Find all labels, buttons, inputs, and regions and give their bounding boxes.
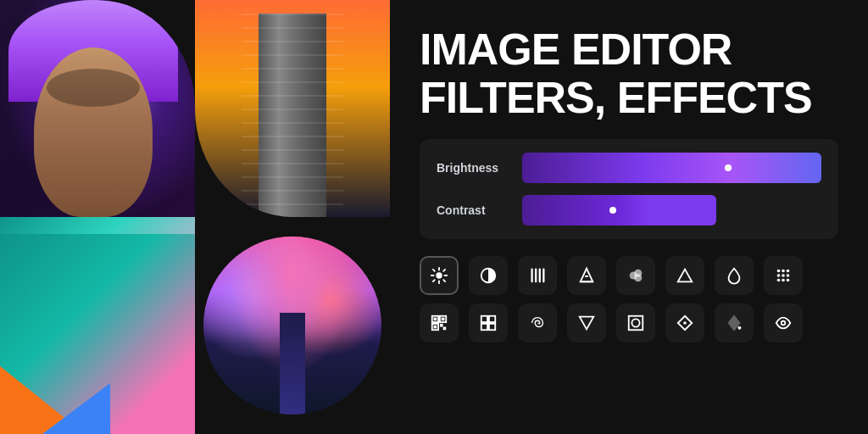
- channels-tool-icon[interactable]: [616, 256, 655, 295]
- svg-line-8: [433, 281, 435, 282]
- svg-point-46: [683, 322, 687, 326]
- diamond-tool-icon[interactable]: [665, 303, 704, 342]
- svg-point-29: [787, 279, 790, 282]
- svg-point-0: [436, 273, 442, 279]
- svg-rect-40: [481, 324, 487, 330]
- grain-tool-icon[interactable]: [518, 256, 557, 295]
- eye-tool-icon[interactable]: [764, 303, 803, 342]
- svg-point-19: [634, 275, 642, 282]
- svg-point-21: [777, 270, 781, 273]
- svg-line-5: [433, 270, 435, 271]
- title-line2: FILTERS, EFFECTS: [420, 74, 838, 122]
- image-collage: [0, 0, 390, 434]
- brightness-label: Brightness: [437, 161, 509, 175]
- svg-point-28: [782, 279, 785, 282]
- levels-tool-icon[interactable]: [567, 256, 606, 295]
- svg-rect-37: [443, 327, 447, 331]
- svg-marker-20: [678, 270, 693, 282]
- svg-line-7: [443, 270, 445, 271]
- grid-tool-icon[interactable]: [469, 303, 508, 342]
- main-title: IMAGE EDITOR FILTERS, EFFECTS: [420, 25, 838, 122]
- building-image: [195, 0, 390, 217]
- drop-tool-icon[interactable]: [715, 256, 754, 295]
- svg-rect-41: [489, 324, 495, 330]
- contrast-tool-icon[interactable]: [469, 256, 508, 295]
- triangle-tool-icon[interactable]: [665, 256, 704, 295]
- svg-marker-14: [581, 269, 593, 282]
- qr-tool-icon[interactable]: [420, 303, 459, 342]
- clothing-image: [0, 217, 195, 434]
- svg-rect-36: [440, 324, 443, 327]
- sliders-panel: Brightness Contrast: [420, 139, 838, 239]
- contrast-label: Contrast: [437, 203, 509, 217]
- svg-marker-42: [580, 317, 594, 330]
- svg-point-48: [782, 322, 785, 325]
- dots-tool-icon[interactable]: [764, 256, 803, 295]
- svg-point-23: [787, 270, 790, 273]
- brightness-row[interactable]: Brightness: [437, 153, 821, 183]
- contrast-slider[interactable]: [522, 195, 716, 225]
- svg-point-26: [787, 275, 790, 278]
- down-triangle-tool-icon[interactable]: [567, 303, 606, 342]
- icons-row-2: [420, 303, 838, 342]
- svg-rect-38: [481, 316, 487, 322]
- svg-point-25: [782, 275, 785, 278]
- portrait-image: [0, 0, 195, 217]
- icons-section: [420, 256, 838, 342]
- svg-point-27: [777, 279, 781, 282]
- vignette-tool-icon[interactable]: [616, 303, 655, 342]
- svg-rect-43: [629, 316, 643, 331]
- svg-rect-31: [434, 318, 437, 321]
- brightness-tool-icon[interactable]: [420, 256, 459, 295]
- title-section: IMAGE EDITOR FILTERS, EFFECTS: [420, 25, 838, 122]
- contrast-row[interactable]: Contrast: [437, 195, 821, 225]
- svg-point-24: [777, 275, 781, 278]
- swirl-tool-icon[interactable]: [518, 303, 557, 342]
- svg-point-44: [632, 320, 639, 327]
- svg-line-6: [443, 281, 445, 282]
- svg-point-22: [782, 270, 785, 273]
- svg-rect-33: [442, 318, 445, 321]
- icons-row-1: [420, 256, 838, 295]
- title-line1: IMAGE EDITOR: [420, 25, 838, 74]
- alley-image: [195, 217, 390, 434]
- svg-rect-39: [489, 316, 495, 322]
- right-panel: IMAGE EDITOR FILTERS, EFFECTS Brightness…: [390, 0, 868, 434]
- svg-rect-35: [434, 326, 437, 329]
- brightness-slider[interactable]: [522, 153, 821, 183]
- fill-tool-icon[interactable]: [715, 303, 754, 342]
